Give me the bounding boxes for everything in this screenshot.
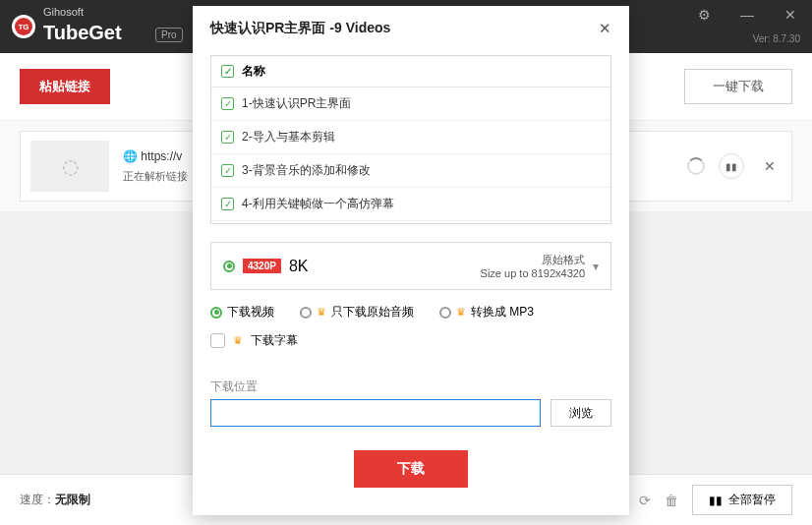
item-checkbox[interactable]: ✓ xyxy=(221,131,234,144)
video-list: ✓ 名称 ✓1-快速认识PR主界面 ✓2-导入与基本剪辑 ✓3-背景音乐的添加和… xyxy=(210,55,611,224)
dialog-close-icon[interactable]: ✕ xyxy=(599,20,611,37)
dialog-title: 快速认识PR主界面 -9 Videos xyxy=(210,20,390,37)
item-checkbox[interactable]: ✓ xyxy=(221,164,234,177)
quality-label: 8K xyxy=(289,258,309,275)
refresh-icon[interactable]: ⟳ xyxy=(639,493,651,508)
list-header[interactable]: ✓ 名称 xyxy=(211,56,610,88)
quality-radio-icon[interactable] xyxy=(223,261,235,272)
option-audio-only[interactable]: ♛只下载原始音频 xyxy=(300,304,414,321)
loading-spinner-icon xyxy=(687,157,705,175)
column-name: 名称 xyxy=(242,63,265,80)
item-checkbox[interactable]: ✓ xyxy=(221,198,234,210)
minimize-icon[interactable]: — xyxy=(725,0,769,29)
download-button[interactable]: 下载 xyxy=(354,450,468,488)
version-label: Ver: 8.7.30 xyxy=(753,33,800,44)
list-item[interactable]: ✓4-利用关键帧做一个高仿弹幕 xyxy=(211,188,610,221)
brand-main: TubeGet xyxy=(43,22,122,44)
list-item[interactable]: ✓2-导入与基本剪辑 xyxy=(211,121,610,154)
resolution-badge: 4320P xyxy=(243,259,281,273)
crown-icon: ♛ xyxy=(456,306,466,319)
pro-badge: Pro xyxy=(155,28,183,42)
thumbnail-placeholder: ◌ xyxy=(30,141,109,192)
list-item[interactable]: ✓1-快速认识PR主界面 xyxy=(211,88,610,121)
option-mp3[interactable]: ♛转换成 MP3 xyxy=(439,304,534,321)
download-path-input[interactable] xyxy=(210,399,541,427)
item-checkbox[interactable]: ✓ xyxy=(221,97,234,110)
crown-icon: ♛ xyxy=(317,306,326,319)
one-click-download-button[interactable]: 一键下载 xyxy=(684,69,792,104)
subtitle-option[interactable]: ♛ 下载字幕 xyxy=(210,332,611,349)
video-selection-dialog: 快速认识PR主界面 -9 Videos ✕ ✓ 名称 ✓1-快速认识PR主界面 … xyxy=(193,6,629,515)
list-item[interactable]: ✓3-背景音乐的添加和修改 xyxy=(211,154,610,188)
pause-row-button[interactable]: ▮▮ xyxy=(719,153,744,179)
remove-row-button[interactable]: ✕ xyxy=(758,158,782,174)
chevron-down-icon[interactable]: ▾ xyxy=(593,260,599,273)
browse-button[interactable]: 浏览 xyxy=(551,399,611,427)
list-item[interactable]: ✓5-让说话的速度快起来 xyxy=(211,221,610,224)
pause-all-button[interactable]: ▮▮ 全部暂停 xyxy=(692,485,792,515)
paste-link-button[interactable]: 粘贴链接 xyxy=(20,69,110,104)
settings-icon[interactable]: ⚙ xyxy=(682,0,725,29)
delete-icon[interactable]: 🗑 xyxy=(665,493,678,508)
crown-icon: ♛ xyxy=(233,334,243,347)
option-video[interactable]: 下载视频 xyxy=(210,304,274,321)
brand-top: Gihosoft xyxy=(43,6,84,18)
format-label: 原始格式 xyxy=(481,253,585,267)
speed-display: 速度：无限制 xyxy=(20,492,90,508)
app-logo: TG xyxy=(12,15,35,38)
size-label: Size up to 8192x4320 xyxy=(481,267,585,279)
subtitle-checkbox[interactable] xyxy=(210,333,225,348)
location-label: 下载位置 xyxy=(210,379,611,395)
download-options: 下载视频 ♛只下载原始音频 ♛转换成 MP3 xyxy=(210,304,611,321)
select-all-checkbox[interactable]: ✓ xyxy=(221,65,234,78)
quality-selector[interactable]: 4320P 8K 原始格式 Size up to 8192x4320 ▾ xyxy=(210,242,611,290)
close-window-icon[interactable]: ✕ xyxy=(769,0,812,29)
